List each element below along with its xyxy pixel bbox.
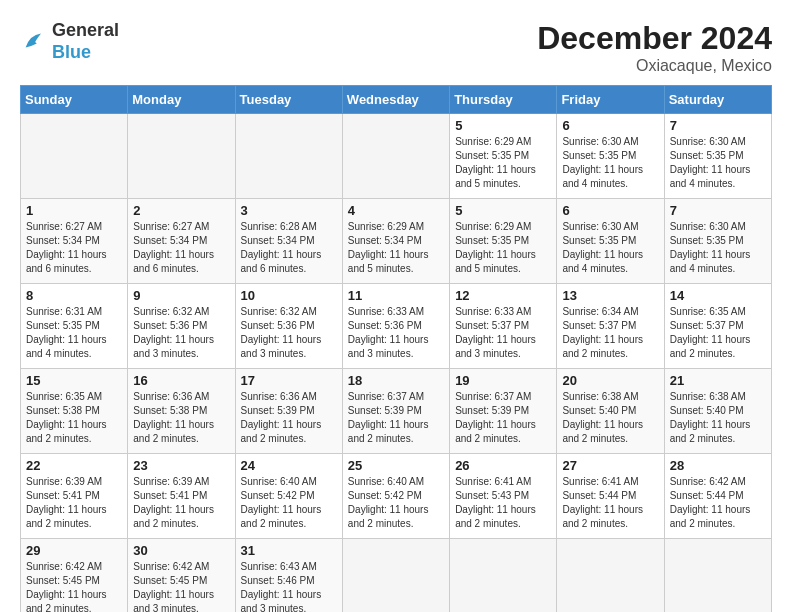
calendar-cell: 24Sunrise: 6:40 AMSunset: 5:42 PMDayligh… <box>235 454 342 539</box>
day-info: Sunrise: 6:40 AMSunset: 5:42 PMDaylight:… <box>241 475 337 531</box>
day-info: Sunrise: 6:42 AMSunset: 5:45 PMDaylight:… <box>133 560 229 612</box>
calendar-cell: 29Sunrise: 6:42 AMSunset: 5:45 PMDayligh… <box>21 539 128 613</box>
calendar-cell: 9Sunrise: 6:32 AMSunset: 5:36 PMDaylight… <box>128 284 235 369</box>
calendar-cell: 27Sunrise: 6:41 AMSunset: 5:44 PMDayligh… <box>557 454 664 539</box>
header-wednesday: Wednesday <box>342 86 449 114</box>
day-number: 24 <box>241 458 337 473</box>
day-info: Sunrise: 6:29 AMSunset: 5:35 PMDaylight:… <box>455 135 551 191</box>
day-info: Sunrise: 6:39 AMSunset: 5:41 PMDaylight:… <box>133 475 229 531</box>
header-sunday: Sunday <box>21 86 128 114</box>
day-number: 2 <box>133 203 229 218</box>
day-info: Sunrise: 6:29 AMSunset: 5:34 PMDaylight:… <box>348 220 444 276</box>
day-number: 20 <box>562 373 658 388</box>
header-thursday: Thursday <box>450 86 557 114</box>
day-info: Sunrise: 6:31 AMSunset: 5:35 PMDaylight:… <box>26 305 122 361</box>
calendar-cell <box>342 539 449 613</box>
calendar-cell <box>342 114 449 199</box>
day-number: 7 <box>670 118 766 133</box>
title-block: December 2024 Oxiacaque, Mexico <box>537 20 772 75</box>
day-number: 8 <box>26 288 122 303</box>
day-number: 1 <box>26 203 122 218</box>
calendar-cell <box>128 114 235 199</box>
day-number: 18 <box>348 373 444 388</box>
header-saturday: Saturday <box>664 86 771 114</box>
day-number: 27 <box>562 458 658 473</box>
location-title: Oxiacaque, Mexico <box>537 57 772 75</box>
day-info: Sunrise: 6:38 AMSunset: 5:40 PMDaylight:… <box>670 390 766 446</box>
day-info: Sunrise: 6:30 AMSunset: 5:35 PMDaylight:… <box>562 220 658 276</box>
calendar-cell: 6Sunrise: 6:30 AMSunset: 5:35 PMDaylight… <box>557 199 664 284</box>
day-info: Sunrise: 6:32 AMSunset: 5:36 PMDaylight:… <box>133 305 229 361</box>
calendar-cell: 19Sunrise: 6:37 AMSunset: 5:39 PMDayligh… <box>450 369 557 454</box>
calendar-cell: 12Sunrise: 6:33 AMSunset: 5:37 PMDayligh… <box>450 284 557 369</box>
calendar-cell: 22Sunrise: 6:39 AMSunset: 5:41 PMDayligh… <box>21 454 128 539</box>
calendar-header-row: SundayMondayTuesdayWednesdayThursdayFrid… <box>21 86 772 114</box>
day-info: Sunrise: 6:28 AMSunset: 5:34 PMDaylight:… <box>241 220 337 276</box>
day-info: Sunrise: 6:38 AMSunset: 5:40 PMDaylight:… <box>562 390 658 446</box>
day-info: Sunrise: 6:27 AMSunset: 5:34 PMDaylight:… <box>133 220 229 276</box>
calendar-cell: 20Sunrise: 6:38 AMSunset: 5:40 PMDayligh… <box>557 369 664 454</box>
calendar-cell: 7Sunrise: 6:30 AMSunset: 5:35 PMDaylight… <box>664 199 771 284</box>
calendar-cell <box>21 114 128 199</box>
calendar-cell <box>664 539 771 613</box>
calendar-cell: 25Sunrise: 6:40 AMSunset: 5:42 PMDayligh… <box>342 454 449 539</box>
calendar-cell: 15Sunrise: 6:35 AMSunset: 5:38 PMDayligh… <box>21 369 128 454</box>
day-info: Sunrise: 6:41 AMSunset: 5:43 PMDaylight:… <box>455 475 551 531</box>
day-info: Sunrise: 6:33 AMSunset: 5:36 PMDaylight:… <box>348 305 444 361</box>
calendar-cell: 17Sunrise: 6:36 AMSunset: 5:39 PMDayligh… <box>235 369 342 454</box>
day-info: Sunrise: 6:29 AMSunset: 5:35 PMDaylight:… <box>455 220 551 276</box>
day-info: Sunrise: 6:37 AMSunset: 5:39 PMDaylight:… <box>348 390 444 446</box>
day-number: 14 <box>670 288 766 303</box>
calendar-table: SundayMondayTuesdayWednesdayThursdayFrid… <box>20 85 772 612</box>
calendar-cell: 2Sunrise: 6:27 AMSunset: 5:34 PMDaylight… <box>128 199 235 284</box>
day-number: 17 <box>241 373 337 388</box>
day-info: Sunrise: 6:35 AMSunset: 5:38 PMDaylight:… <box>26 390 122 446</box>
day-info: Sunrise: 6:42 AMSunset: 5:44 PMDaylight:… <box>670 475 766 531</box>
calendar-row-3: 15Sunrise: 6:35 AMSunset: 5:38 PMDayligh… <box>21 369 772 454</box>
calendar-cell <box>557 539 664 613</box>
calendar-cell: 18Sunrise: 6:37 AMSunset: 5:39 PMDayligh… <box>342 369 449 454</box>
day-number: 25 <box>348 458 444 473</box>
calendar-cell: 16Sunrise: 6:36 AMSunset: 5:38 PMDayligh… <box>128 369 235 454</box>
day-number: 12 <box>455 288 551 303</box>
day-number: 5 <box>455 203 551 218</box>
day-number: 3 <box>241 203 337 218</box>
calendar-row-0: 5Sunrise: 6:29 AMSunset: 5:35 PMDaylight… <box>21 114 772 199</box>
day-number: 6 <box>562 203 658 218</box>
logo-text: General Blue <box>52 20 119 63</box>
day-number: 21 <box>670 373 766 388</box>
day-number: 11 <box>348 288 444 303</box>
day-info: Sunrise: 6:32 AMSunset: 5:36 PMDaylight:… <box>241 305 337 361</box>
logo: General Blue <box>20 20 119 63</box>
day-info: Sunrise: 6:30 AMSunset: 5:35 PMDaylight:… <box>670 220 766 276</box>
header-friday: Friday <box>557 86 664 114</box>
day-info: Sunrise: 6:43 AMSunset: 5:46 PMDaylight:… <box>241 560 337 612</box>
calendar-cell: 23Sunrise: 6:39 AMSunset: 5:41 PMDayligh… <box>128 454 235 539</box>
day-number: 28 <box>670 458 766 473</box>
calendar-cell: 26Sunrise: 6:41 AMSunset: 5:43 PMDayligh… <box>450 454 557 539</box>
day-info: Sunrise: 6:40 AMSunset: 5:42 PMDaylight:… <box>348 475 444 531</box>
day-number: 13 <box>562 288 658 303</box>
month-title: December 2024 <box>537 20 772 57</box>
calendar-cell: 21Sunrise: 6:38 AMSunset: 5:40 PMDayligh… <box>664 369 771 454</box>
calendar-cell: 5Sunrise: 6:29 AMSunset: 5:35 PMDaylight… <box>450 199 557 284</box>
calendar-row-4: 22Sunrise: 6:39 AMSunset: 5:41 PMDayligh… <box>21 454 772 539</box>
calendar-cell <box>235 114 342 199</box>
day-info: Sunrise: 6:34 AMSunset: 5:37 PMDaylight:… <box>562 305 658 361</box>
day-number: 15 <box>26 373 122 388</box>
day-info: Sunrise: 6:30 AMSunset: 5:35 PMDaylight:… <box>670 135 766 191</box>
day-number: 10 <box>241 288 337 303</box>
day-info: Sunrise: 6:30 AMSunset: 5:35 PMDaylight:… <box>562 135 658 191</box>
calendar-cell: 31Sunrise: 6:43 AMSunset: 5:46 PMDayligh… <box>235 539 342 613</box>
day-number: 31 <box>241 543 337 558</box>
calendar-cell: 6Sunrise: 6:30 AMSunset: 5:35 PMDaylight… <box>557 114 664 199</box>
day-info: Sunrise: 6:42 AMSunset: 5:45 PMDaylight:… <box>26 560 122 612</box>
day-info: Sunrise: 6:39 AMSunset: 5:41 PMDaylight:… <box>26 475 122 531</box>
calendar-cell: 30Sunrise: 6:42 AMSunset: 5:45 PMDayligh… <box>128 539 235 613</box>
day-info: Sunrise: 6:35 AMSunset: 5:37 PMDaylight:… <box>670 305 766 361</box>
header-tuesday: Tuesday <box>235 86 342 114</box>
day-number: 19 <box>455 373 551 388</box>
header-monday: Monday <box>128 86 235 114</box>
calendar-cell: 7Sunrise: 6:30 AMSunset: 5:35 PMDaylight… <box>664 114 771 199</box>
calendar-row-1: 1Sunrise: 6:27 AMSunset: 5:34 PMDaylight… <box>21 199 772 284</box>
